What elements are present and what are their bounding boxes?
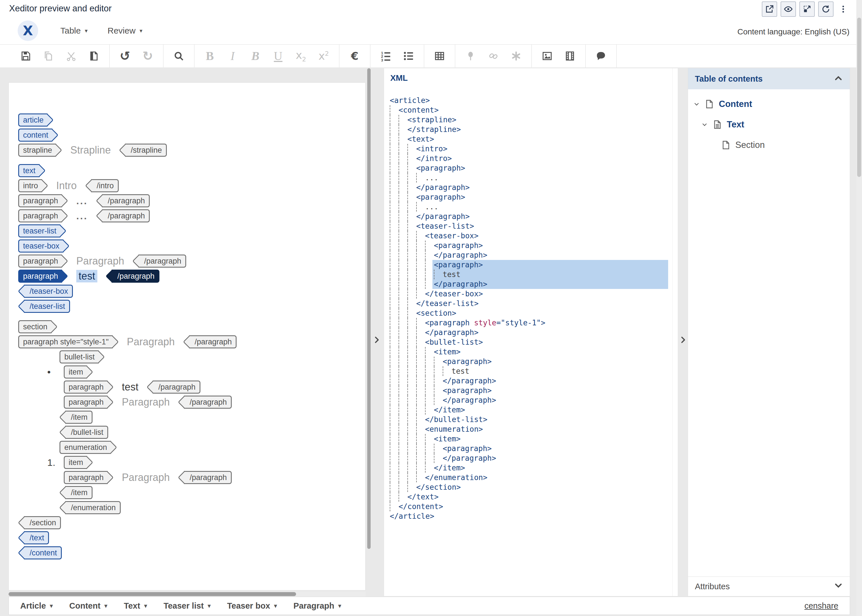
tag-pill--paragraph[interactable]: /paragraph [102, 194, 150, 207]
xml-code-view[interactable]: <article><content><strapline></strapline… [390, 96, 670, 521]
tag-pill-strapline[interactable]: strapline [18, 144, 56, 157]
open-external-button[interactable] [762, 2, 777, 17]
placeholder-text[interactable]: Paragraph [122, 396, 170, 408]
breadcrumb-article[interactable]: Article▾ [20, 601, 53, 611]
toolbar-pin-button[interactable] [465, 49, 476, 63]
tag-pill--teaser-box[interactable]: /teaser-box [24, 285, 73, 298]
toolbar-italic-button[interactable]: I [227, 49, 238, 63]
toolbar-bold-italic-button[interactable]: B [250, 49, 261, 63]
toolbar-search-button[interactable] [173, 49, 184, 63]
tag-pill-content[interactable]: content [18, 129, 52, 141]
tag-pill--strapline[interactable]: /strapline [125, 144, 167, 157]
tag-pill-paragraph-style-style-1-[interactable]: paragraph style="style-1" [18, 335, 113, 348]
attributes-header[interactable]: Attributes [688, 577, 850, 596]
chevron-down-icon[interactable] [701, 121, 708, 128]
tag-pill-item[interactable]: item [64, 456, 87, 469]
menu-review[interactable]: Review▾ [108, 26, 142, 36]
tag-pill-item[interactable]: item [64, 365, 87, 379]
chevron-up-icon[interactable] [834, 74, 843, 84]
expand-editor-panel-arrow-icon[interactable] [372, 333, 381, 346]
toolbar-asterisk-button[interactable] [511, 49, 522, 63]
placeholder-text[interactable]: Paragraph [76, 255, 124, 267]
tag-pill--intro[interactable]: /intro [91, 179, 119, 192]
menu-table[interactable]: Table▾ [60, 26, 88, 36]
tag-pill--item[interactable]: /item [65, 486, 93, 499]
toc-item-content[interactable]: Content [688, 97, 850, 112]
toolbar-image-button[interactable] [541, 49, 553, 63]
tag-pill--section[interactable]: /section [24, 516, 61, 529]
toolbar-copy-button[interactable] [43, 49, 54, 63]
tag-pill-teaser-list[interactable]: teaser-list [18, 225, 60, 237]
placeholder-text[interactable]: Strapline [70, 144, 111, 156]
refresh-button[interactable] [818, 2, 834, 17]
tag-pill-paragraph[interactable]: paragraph [64, 396, 108, 409]
breadcrumb-teaser-list[interactable]: Teaser list▾ [163, 601, 210, 611]
tag-pill-text[interactable]: text [18, 164, 39, 177]
breadcrumb-text[interactable]: Text▾ [124, 601, 147, 611]
editor-text[interactable]: ... [76, 195, 88, 206]
toc-header[interactable]: Table of contents [688, 68, 850, 89]
tag-pill--content[interactable]: /content [24, 546, 62, 559]
tag-pill-paragraph[interactable]: paragraph [18, 255, 62, 268]
toolbar-table-button[interactable] [434, 49, 445, 63]
tag-pill-intro[interactable]: intro [18, 179, 42, 192]
tag-pill--paragraph[interactable]: /paragraph [153, 380, 200, 394]
placeholder-text[interactable]: Paragraph [127, 336, 175, 348]
toolbar-film-button[interactable] [564, 49, 575, 63]
horizontal-scroll-thumb[interactable] [8, 592, 296, 596]
tag-pill-paragraph[interactable]: paragraph [64, 471, 108, 484]
breadcrumb-teaser-box[interactable]: Teaser box▾ [227, 601, 277, 611]
editor-text[interactable]: test [76, 270, 97, 283]
editor-text[interactable]: test [122, 381, 138, 393]
tag-pill--teaser-list[interactable]: /teaser-list [24, 300, 70, 313]
toolbar-bold-button[interactable]: B [204, 49, 216, 63]
tag-pill-teaser-box[interactable]: teaser-box [18, 239, 63, 253]
toolbar-superscript-button[interactable]: x2 [318, 49, 329, 63]
visual-editor-canvas[interactable]: articlecontentstraplineStrapline/strapli… [8, 82, 366, 591]
tag-pill-bullet-list[interactable]: bullet-list [60, 350, 99, 363]
toolbar-comment-button[interactable] [595, 49, 607, 63]
page-scrollbar[interactable] [856, 0, 862, 616]
toolbar-euro-button[interactable]: € [349, 49, 361, 63]
toolbar-save-button[interactable] [20, 49, 31, 63]
toolbar-underline-button[interactable]: U [273, 49, 284, 63]
toolbar-link-button[interactable] [488, 49, 499, 63]
placeholder-text[interactable]: Intro [56, 180, 77, 192]
tag-pill--paragraph[interactable]: /paragraph [138, 255, 186, 268]
placeholder-text[interactable]: Paragraph [122, 471, 170, 484]
editor-horizontal-scrollbar[interactable] [8, 592, 366, 597]
toc-item-text[interactable]: Text [688, 117, 850, 132]
breadcrumb-content[interactable]: Content▾ [69, 601, 107, 611]
toc-item-section[interactable]: Section [688, 138, 850, 152]
eye-button[interactable] [780, 2, 796, 17]
page-scroll-thumb[interactable] [857, 17, 861, 177]
tag-pill-paragraph[interactable]: paragraph [18, 194, 62, 207]
tag-pill--item[interactable]: /item [65, 411, 93, 424]
tag-pill--paragraph[interactable]: /paragraph [112, 270, 159, 283]
chevron-down-icon[interactable] [693, 101, 700, 107]
tag-pill-paragraph[interactable]: paragraph [18, 209, 62, 222]
expand-xml-panel-arrow-icon[interactable] [679, 333, 687, 346]
toolbar-bullet-list-button[interactable] [403, 49, 414, 63]
toolbar-paste-button[interactable] [88, 49, 99, 63]
tag-pill-section[interactable]: section [18, 320, 52, 333]
vertical-scroll-thumb[interactable] [367, 68, 370, 549]
tag-pill--enumeration[interactable]: /enumeration [65, 501, 121, 514]
toolbar-undo-button[interactable]: ↺ [119, 49, 131, 63]
resize-button[interactable] [799, 2, 815, 17]
tag-pill-enumeration[interactable]: enumeration [60, 441, 111, 454]
tag-pill-article[interactable]: article [18, 113, 47, 127]
toolbar-redo-button[interactable]: ↻ [142, 49, 153, 63]
tag-pill--paragraph[interactable]: /paragraph [189, 335, 237, 348]
toolbar-subscript-button[interactable]: x2 [295, 49, 307, 63]
xeditor-logo[interactable]: X [17, 20, 38, 41]
tag-pill-paragraph[interactable]: paragraph [18, 270, 62, 283]
censhare-link[interactable]: censhare [805, 601, 838, 611]
tag-pill-paragraph[interactable]: paragraph [64, 380, 108, 394]
kebab-menu-button[interactable] [837, 2, 849, 17]
breadcrumb-paragraph[interactable]: Paragraph▾ [293, 601, 341, 611]
tag-pill--paragraph[interactable]: /paragraph [102, 209, 150, 222]
tag-pill--bullet-list[interactable]: /bullet-list [65, 426, 108, 439]
tag-pill--text[interactable]: /text [24, 531, 49, 544]
editor-text[interactable]: ... [76, 211, 88, 222]
